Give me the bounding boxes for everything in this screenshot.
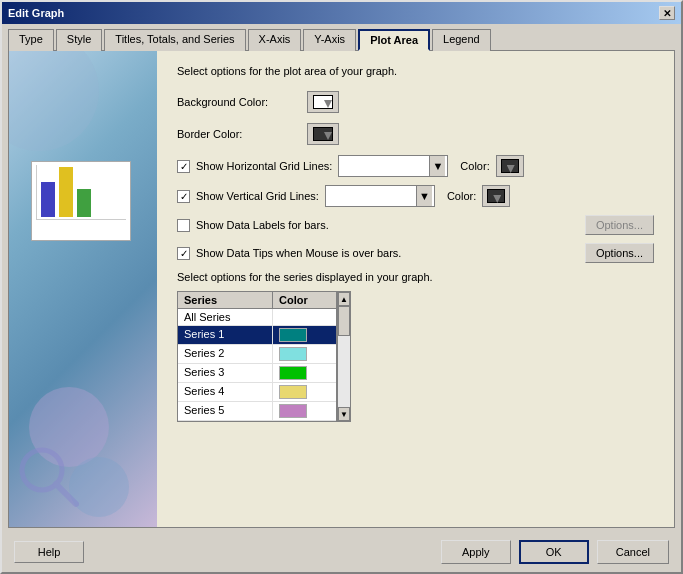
background-color-row: Background Color: (177, 91, 654, 113)
v-grid-color-swatch (487, 189, 505, 203)
table-row[interactable]: Series 2 (178, 345, 336, 364)
tab-titles[interactable]: Titles, Totals, and Series (104, 29, 245, 51)
v-grid-label: Show Vertical Grid Lines: (196, 190, 319, 202)
series-table-header: Series Color (178, 292, 336, 309)
series-cell-label: All Series (178, 309, 273, 325)
series-cell-color (273, 345, 313, 363)
border-color-button[interactable] (307, 123, 339, 145)
title-bar: Edit Graph ✕ (2, 2, 681, 24)
tabs-bar: Type Style Titles, Totals, and Series X-… (2, 24, 681, 50)
h-grid-color-label: Color: (460, 160, 489, 172)
series-cell-color (273, 309, 313, 325)
scrollbar-down-button[interactable]: ▼ (338, 407, 350, 421)
table-row[interactable]: Series 1 (178, 326, 336, 345)
bottom-bar: Help Apply OK Cancel (2, 532, 681, 572)
border-color-swatch (313, 127, 333, 141)
series-col-header: Series (178, 292, 273, 308)
main-content: Select options for the plot area of your… (8, 50, 675, 528)
v-grid-row: Show Vertical Grid Lines: ▼ Color: (177, 185, 654, 207)
color-swatch (279, 328, 307, 342)
series-cell-label: Series 5 (178, 402, 273, 420)
v-grid-dropdown-arrow: ▼ (416, 186, 432, 206)
v-grid-style-dropdown[interactable]: ▼ (325, 185, 435, 207)
h-grid-dropdown-arrow: ▼ (429, 156, 445, 176)
tab-type[interactable]: Type (8, 29, 54, 51)
cancel-button[interactable]: Cancel (597, 540, 669, 564)
series-cell-label: Series 4 (178, 383, 273, 401)
series-cell-label: Series 1 (178, 326, 273, 344)
series-cell-color (273, 326, 313, 344)
v-grid-color-button[interactable] (482, 185, 510, 207)
data-labels-row: Show Data Labels for bars. Options... (177, 215, 654, 235)
right-buttons: Apply OK Cancel (441, 540, 669, 564)
help-button[interactable]: Help (14, 541, 84, 563)
tab-legend[interactable]: Legend (432, 29, 491, 51)
h-grid-color-button[interactable] (496, 155, 524, 177)
edit-graph-window: Edit Graph ✕ Type Style Titles, Totals, … (0, 0, 683, 574)
background-color-label: Background Color: (177, 96, 307, 108)
series-cell-color (273, 402, 313, 420)
data-tips-row: Show Data Tips when Mouse is over bars. … (177, 243, 654, 263)
series-cell-color (273, 364, 313, 382)
h-grid-color-swatch (501, 159, 519, 173)
v-grid-checkbox[interactable] (177, 190, 190, 203)
chart-preview-icon (31, 161, 131, 241)
close-button[interactable]: ✕ (659, 6, 675, 20)
left-panel (9, 51, 157, 527)
border-color-row: Border Color: (177, 123, 654, 145)
data-labels-checkbox[interactable] (177, 219, 190, 232)
apply-button[interactable]: Apply (441, 540, 511, 564)
h-grid-checkbox[interactable] (177, 160, 190, 173)
series-cell-label: Series 2 (178, 345, 273, 363)
data-tips-checkbox[interactable] (177, 247, 190, 260)
table-row[interactable]: Series 4 (178, 383, 336, 402)
table-row[interactable]: All Series (178, 309, 336, 326)
tab-style[interactable]: Style (56, 29, 102, 51)
h-grid-row: Show Horizontal Grid Lines: ▼ Color: (177, 155, 654, 177)
series-table-scrollbar[interactable]: ▲ ▼ (337, 291, 351, 422)
data-tips-label: Show Data Tips when Mouse is over bars. (196, 247, 401, 259)
right-panel: Select options for the plot area of your… (157, 51, 674, 527)
window-title: Edit Graph (8, 7, 64, 19)
scrollbar-track[interactable] (338, 306, 350, 407)
color-swatch (279, 347, 307, 361)
color-col-header: Color (273, 292, 328, 308)
h-grid-label: Show Horizontal Grid Lines: (196, 160, 332, 172)
h-grid-style-dropdown[interactable]: ▼ (338, 155, 448, 177)
data-tips-options-button[interactable]: Options... (585, 243, 654, 263)
background-color-button[interactable] (307, 91, 339, 113)
series-description: Select options for the series displayed … (177, 271, 654, 283)
border-color-label: Border Color: (177, 128, 307, 140)
magnifier-icon (14, 442, 84, 512)
scrollbar-up-button[interactable]: ▲ (338, 292, 350, 306)
color-swatch (279, 404, 307, 418)
background-color-swatch (313, 95, 333, 109)
ok-button[interactable]: OK (519, 540, 589, 564)
tab-xaxis[interactable]: X-Axis (248, 29, 302, 51)
color-swatch (279, 385, 307, 399)
series-table: Series Color All Series Series 1 (177, 291, 337, 422)
table-row[interactable]: Series 5 (178, 402, 336, 421)
series-table-container: Series Color All Series Series 1 (177, 291, 654, 422)
series-cell-label: Series 3 (178, 364, 273, 382)
data-labels-options-button[interactable]: Options... (585, 215, 654, 235)
series-cell-color (273, 383, 313, 401)
scrollbar-thumb[interactable] (338, 306, 350, 336)
data-labels-label: Show Data Labels for bars. (196, 219, 329, 231)
v-grid-color-label: Color: (447, 190, 476, 202)
color-swatch (279, 366, 307, 380)
table-row[interactable]: Series 3 (178, 364, 336, 383)
svg-line-1 (56, 484, 76, 504)
v-grid-color-arrow (493, 195, 501, 203)
tab-plotarea[interactable]: Plot Area (358, 29, 430, 51)
h-grid-color-arrow (507, 165, 515, 173)
section-description: Select options for the plot area of your… (177, 65, 654, 77)
tab-yaxis[interactable]: Y-Axis (303, 29, 356, 51)
